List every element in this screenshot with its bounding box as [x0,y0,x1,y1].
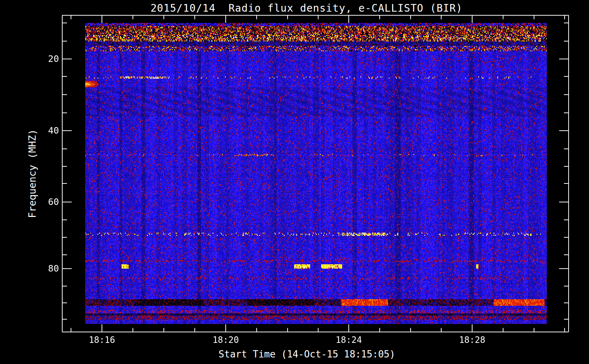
y-tick-label: 40 [33,125,59,136]
x-tick-label: 18:28 [459,335,485,345]
y-tick-label: 20 [33,54,59,64]
x-tick-label: 18:24 [336,335,362,345]
y-tick-label: 60 [33,197,59,207]
y-tick-label: 80 [33,263,59,274]
axes-overlay [0,0,589,364]
spectrogram-page: 2015/10/14 Radio flux density, e-CALLIST… [0,0,589,364]
x-tick-label: 18:20 [213,335,239,345]
x-tick-label: 18:16 [89,335,115,345]
